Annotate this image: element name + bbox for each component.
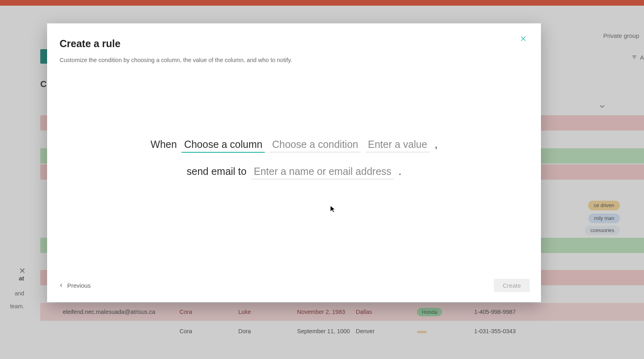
dialog-subtitle: Customize the condition by choosing a co…: [60, 57, 525, 63]
condition-picker[interactable]: Choose a condition: [270, 139, 361, 152]
close-button[interactable]: [518, 33, 529, 44]
dialog-body: When Choose a column Choose a condition …: [47, 66, 541, 276]
dialog-title: Create a rule: [60, 38, 525, 50]
rule-action-sentence: send email to Enter a name or email addr…: [187, 166, 402, 179]
previous-label: Previous: [67, 282, 91, 289]
sentence-text: ,: [435, 139, 438, 150]
column-picker[interactable]: Choose a column: [182, 139, 265, 153]
dialog-header: Create a rule Customize the condition by…: [47, 23, 541, 66]
recipient-input[interactable]: Enter a name or email address: [251, 166, 394, 179]
sentence-text: send email to: [187, 166, 247, 177]
dialog-footer: Previous Create: [47, 276, 541, 302]
sentence-text: .: [398, 166, 401, 177]
value-input[interactable]: Enter a value: [365, 139, 430, 152]
rule-condition-sentence: When Choose a column Choose a condition …: [151, 139, 438, 153]
chevron-left-icon: [58, 282, 64, 288]
previous-button[interactable]: Previous: [58, 282, 91, 289]
sentence-text: When: [151, 139, 177, 150]
create-button[interactable]: Create: [494, 279, 530, 292]
create-rule-dialog: Create a rule Customize the condition by…: [47, 23, 541, 302]
